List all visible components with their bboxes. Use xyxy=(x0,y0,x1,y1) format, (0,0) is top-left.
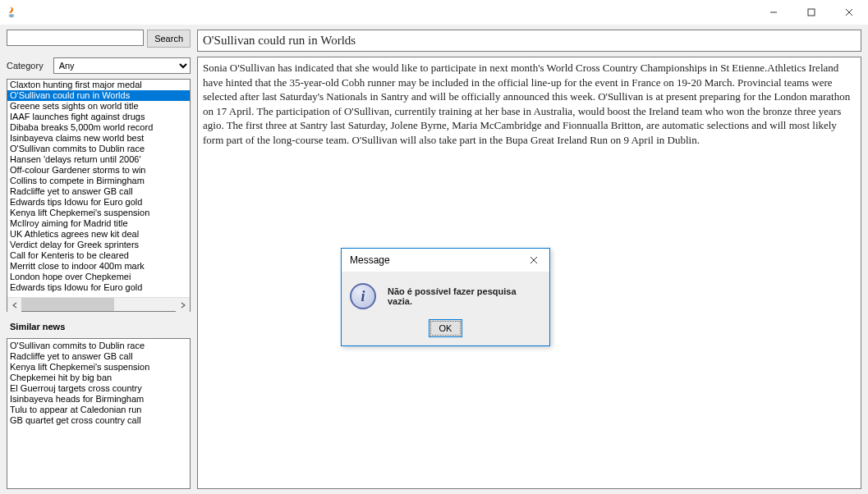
list-item[interactable]: Isinbayeva heads for Birmingham xyxy=(10,394,187,405)
list-item[interactable]: Kenya lift Chepkemei's suspension xyxy=(10,362,187,373)
list-item[interactable]: Claxton hunting first major medal xyxy=(7,80,190,90)
category-select[interactable]: Any xyxy=(53,57,191,74)
close-button[interactable] xyxy=(830,0,868,25)
search-button[interactable]: Search xyxy=(147,30,191,48)
list-item[interactable]: Chepkemei hit by big ban xyxy=(10,373,187,383)
list-item[interactable]: Call for Kenteris to be cleared xyxy=(7,250,190,261)
list-item[interactable]: UK Athletics agrees new kit deal xyxy=(7,229,190,240)
info-icon: i xyxy=(350,283,376,309)
minimize-button[interactable] xyxy=(755,0,792,25)
dialog-title: Message xyxy=(350,254,390,266)
message-dialog: Message i Não é possível fazer pesquisa … xyxy=(341,248,550,346)
list-item[interactable]: El Guerrouj targets cross country xyxy=(10,383,187,394)
list-item[interactable]: O'Sullivan commits to Dublin race xyxy=(10,341,187,351)
list-item[interactable]: Verdict delay for Greek sprinters xyxy=(7,240,190,250)
scroll-thumb[interactable] xyxy=(21,298,114,311)
svg-rect-1 xyxy=(808,9,815,16)
list-item[interactable]: IAAF launches fight against drugs xyxy=(7,112,190,122)
list-item[interactable]: Edwards tips Idowu for Euro gold xyxy=(7,282,190,293)
similar-news-label: Similar news xyxy=(7,317,191,333)
scroll-right-icon[interactable] xyxy=(176,298,190,312)
list-item[interactable]: Dibaba breaks 5,000m world record xyxy=(7,122,190,133)
maximize-button[interactable] xyxy=(792,0,830,25)
list-item[interactable]: Radcliffe yet to answer GB call xyxy=(7,186,190,197)
list-item[interactable]: Collins to compete in Birmingham xyxy=(7,176,190,186)
list-item[interactable]: Tulu to appear at Caledonian run xyxy=(10,405,187,415)
list-item[interactable]: Off-colour Gardener storms to win xyxy=(7,165,190,176)
list-item[interactable]: Hansen 'delays return until 2006' xyxy=(7,154,190,165)
category-label: Category xyxy=(7,61,44,71)
window-titlebar xyxy=(0,0,868,25)
similar-news-listbox[interactable]: O'Sullivan commits to Dublin raceRadclif… xyxy=(7,338,191,489)
search-input[interactable] xyxy=(7,30,144,46)
horizontal-scrollbar[interactable] xyxy=(7,297,190,311)
list-item[interactable]: Isinbayeva claims new world best xyxy=(7,133,190,144)
list-item[interactable]: GB quartet get cross country call xyxy=(10,415,187,426)
list-item[interactable]: Kenya lift Chepkemei's suspension xyxy=(7,208,190,218)
left-panel: Search Category Any Claxton hunting firs… xyxy=(7,30,191,489)
list-item[interactable]: Edwards tips Idowu for Euro gold xyxy=(7,197,190,208)
java-icon xyxy=(5,6,18,19)
dialog-message: Não é possível fazer pesquisa vazia. xyxy=(388,286,541,306)
article-title: O'Sullivan could run in Worlds xyxy=(197,30,861,52)
list-item[interactable]: Radcliffe yet to answer GB call xyxy=(10,351,187,362)
list-item[interactable]: Greene sets sights on world title xyxy=(7,101,190,112)
list-item[interactable]: London hope over Chepkemei xyxy=(7,272,190,282)
ok-button[interactable]: OK xyxy=(429,319,463,337)
list-item[interactable]: O'Sullivan could run in Worlds xyxy=(7,90,190,101)
list-item[interactable]: O'Sullivan commits to Dublin race xyxy=(7,144,190,154)
dialog-close-button[interactable] xyxy=(523,252,544,268)
news-listbox[interactable]: Claxton hunting first major medalO'Sulli… xyxy=(7,79,191,312)
list-item[interactable]: Merritt close to indoor 400m mark xyxy=(7,261,190,272)
scroll-left-icon[interactable] xyxy=(7,298,21,312)
list-item[interactable]: McIlroy aiming for Madrid title xyxy=(7,218,190,229)
window-controls xyxy=(755,0,868,25)
